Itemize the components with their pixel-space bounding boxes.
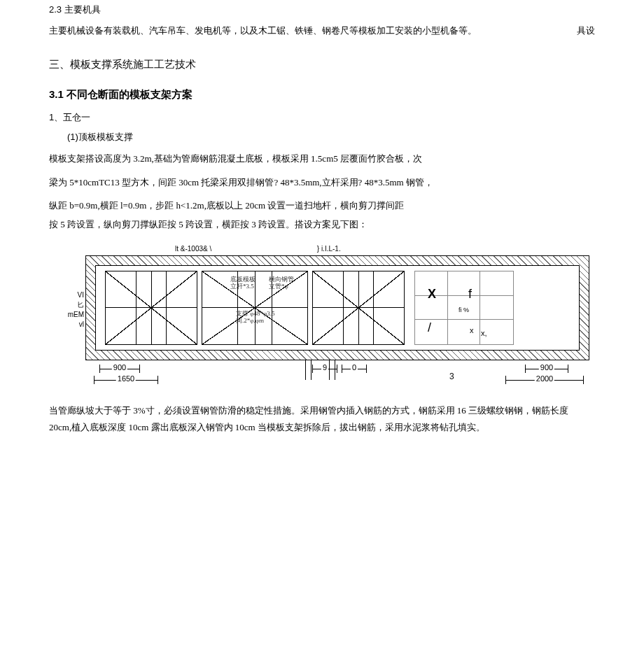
left-label-a: VI xyxy=(49,290,84,300)
heading-3-1-text: 不同仓断面的模板支架方案 xyxy=(64,88,192,100)
heading-2-3: 2.3 主要机具 xyxy=(49,3,595,17)
after-dia-line-1: 当管廊纵坡大于等于 3%寸，必须设置钢管防滑的稳定性措施。采用钢管内插入钢筋的方… xyxy=(49,405,568,416)
dim-1650-val: 1650 xyxy=(116,374,136,383)
body-line-4-text: 按 5 跨设置，纵向剪刀撑纵距按 5 跨设置，横距按 3 跨设置。搭设方案见下图… xyxy=(49,219,368,229)
dim-1650: 1650 xyxy=(94,376,158,384)
left-label-c: mEM xyxy=(49,310,84,320)
paragraph-machinery-text: 主要机械设备有装载机、汽车吊车、发电机等，以及木工锯、铁锤、钢卷尺等模板加工安装… xyxy=(49,25,477,36)
body-line-2-text: 梁为 5*10cmTC13 型方木，间距 30cm 托梁采用双排钢管? 48*3… xyxy=(49,177,433,188)
floating-fragment: 具设 xyxy=(577,24,595,38)
grid-sym-X: X xyxy=(428,287,436,302)
bay2-note-c: 支撑 φ48*φ3.5 间.2*φ.φm xyxy=(236,310,274,324)
grid-sym-slash: / xyxy=(428,320,431,335)
bay2-note-b: 横向钢管 立管*φ xyxy=(269,276,294,290)
diagram-top-label-right: } i.I.L-1. xyxy=(317,245,341,253)
plan-view: 底板模板 立杆*3.5 横向钢管 立管*φ 支撑 φ48*φ3.5 间.2*φ.… xyxy=(85,255,589,360)
bay-2: 底板模板 立杆*3.5 横向钢管 立管*φ 支撑 φ48*φ3.5 间.2*φ.… xyxy=(202,271,308,345)
dim-9-val: 9 xyxy=(321,363,328,372)
body-line-1-text: 模板支架搭设高度为 3.2m,基础为管廊钢筋混凝土底板，模板采用 1.5cm5 … xyxy=(49,153,422,164)
list-item-1-1-number: (1) xyxy=(67,132,78,142)
list-item-1-1: (1)顶板模板支撑 xyxy=(49,131,595,143)
left-label-b: 匕 xyxy=(49,300,84,310)
dim-900-left-val: 900 xyxy=(112,363,127,372)
diagram-top-labels: lt &-1003& \ } i.I.L-1. xyxy=(175,245,595,253)
body-line-3-text: 纵距 b=0.9m,横距 l=0.9m，步距 h<1.2m,底板以上 20cm … xyxy=(49,200,404,211)
grid-sym-fi: fi % xyxy=(458,306,469,313)
dim-900-left: 900 xyxy=(99,365,140,373)
bay-3 xyxy=(312,271,405,345)
dim-900-right: 900 xyxy=(525,365,568,373)
dim-3-label: 3 xyxy=(449,372,454,381)
heading-2-3-number: 2.3 xyxy=(49,4,62,15)
right-grid: X f fi % / x x, xyxy=(414,271,514,345)
dim-2000: 2000 xyxy=(505,376,584,384)
list-item-1: 1、五仓一 xyxy=(49,111,595,124)
dim-900-right-val: 900 xyxy=(539,363,554,372)
body-line-4: 按 5 跨设置，纵向剪刀撑纵距按 5 跨设置，横距按 3 跨设置。搭设方案见下图… xyxy=(49,218,595,232)
diagram-top-label-left: lt &-1003& \ xyxy=(175,245,315,253)
dim-0: 0 xyxy=(342,365,367,373)
dim-0-val: 0 xyxy=(351,363,358,372)
diagram-left-labels: VI 匕 mEM vl xyxy=(49,290,84,330)
bay2-note-a: 底板模板 立杆*3.5 xyxy=(230,276,255,290)
left-label-d: vl xyxy=(49,320,84,330)
document-page: 2.3 主要机具 具设 主要机械设备有装载机、汽车吊车、发电机等，以及木工锯、铁… xyxy=(0,0,644,465)
section-3-title: 三、模板支撑系统施工工艺技术 xyxy=(49,58,595,71)
dimension-bar: 900 1650 9 0 3 900 2000 xyxy=(85,360,589,388)
body-line-1: 模板支架搭设高度为 3.2m,基础为管廊钢筋混凝土底板，模板采用 1.5cm5 … xyxy=(49,152,595,166)
paragraph-machinery: 具设 主要机械设备有装载机、汽车吊车、发电机等，以及木工锯、铁锤、钢卷尺等模板加… xyxy=(49,24,595,38)
dim-9: 9 xyxy=(312,365,337,373)
body-line-3: 纵距 b=0.9m,横距 l=0.9m，步距 h<1.2m,底板以上 20cm … xyxy=(49,199,595,213)
after-dia-line-2: 20cm,植入底板深度 10cm 露出底板深入钢管内 10cm 当模板支架拆除后… xyxy=(49,422,485,432)
heading-3-1-number: 3.1 xyxy=(49,88,64,100)
paragraph-after-diagram: 当管廊纵坡大于等于 3%寸，必须设置钢管防滑的稳定性措施。采用钢管内插入钢筋的方… xyxy=(49,402,595,437)
grid-sym-x1: x xyxy=(470,326,474,334)
heading-2-3-text: 主要机具 xyxy=(62,4,101,15)
list-item-1-1-text: 顶板模板支撑 xyxy=(78,132,133,142)
list-item-1-text: 、五仓一 xyxy=(54,112,90,122)
grid-sym-x2: x, xyxy=(481,329,487,337)
heading-3-1: 3.1 不同仓断面的模板支架方案 xyxy=(49,88,595,101)
dim-2000-val: 2000 xyxy=(535,374,554,383)
diagram: VI 匕 mEM vl 底板模板 立杆*3.5 横向钢管 立管*φ 支撑 φ48… xyxy=(49,255,595,388)
body-line-2: 梁为 5*10cmTC13 型方木，间距 30cm 托梁采用双排钢管? 48*3… xyxy=(49,176,595,190)
grid-sym-f: f xyxy=(468,287,472,302)
diagram-container: lt &-1003& \ } i.I.L-1. VI 匕 mEM vl 底板模板… xyxy=(49,245,595,388)
bay-1 xyxy=(105,271,197,345)
